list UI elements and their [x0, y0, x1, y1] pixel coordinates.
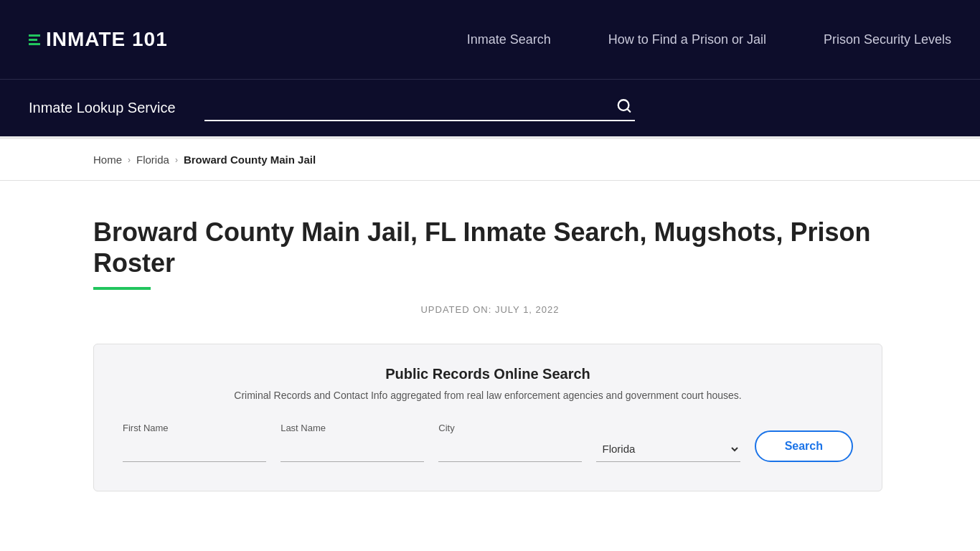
main-content: Broward County Main Jail, FL Inmate Sear… [0, 181, 980, 520]
search-input-wrapper [204, 95, 635, 121]
search-bar-section: Inmate Lookup Service [0, 79, 980, 136]
logo-area[interactable]: INMATE 101 [29, 28, 168, 51]
search-bar-label: Inmate Lookup Service [29, 100, 176, 116]
nav-security-levels[interactable]: Prison Security Levels [824, 32, 951, 47]
nav-inmate-search[interactable]: Inmate Search [467, 32, 551, 47]
search-icon-button[interactable] [616, 98, 632, 117]
first-name-field: First Name [123, 423, 266, 462]
updated-date: UPDATED ON: JULY 1, 2022 [93, 304, 887, 315]
city-input[interactable] [438, 438, 582, 462]
search-card-description: Criminal Records and Contact Info aggreg… [123, 390, 853, 401]
breadcrumb-state[interactable]: Florida [136, 154, 169, 166]
first-name-input[interactable] [123, 438, 266, 462]
city-label: City [438, 423, 582, 433]
state-field: AlabamaAlaskaArizonaArkansasCaliforniaCo… [596, 436, 740, 462]
state-select[interactable]: AlabamaAlaskaArizonaArkansasCaliforniaCo… [596, 436, 740, 462]
title-underline [93, 287, 151, 290]
top-navigation: INMATE 101 Inmate Search How to Find a P… [0, 0, 980, 79]
brand-name: INMATE 101 [46, 28, 168, 51]
breadcrumb: Home › Florida › Broward County Main Jai… [0, 139, 980, 180]
search-button[interactable]: Search [755, 430, 853, 462]
svg-line-1 [627, 108, 630, 111]
first-name-label: First Name [123, 423, 266, 433]
last-name-input[interactable] [281, 438, 424, 462]
search-card-title: Public Records Online Search [123, 366, 853, 382]
last-name-label: Last Name [281, 423, 424, 433]
breadcrumb-home[interactable]: Home [93, 154, 122, 166]
nav-how-to-find[interactable]: How to Find a Prison or Jail [608, 32, 766, 47]
breadcrumb-chevron-2: › [175, 155, 178, 165]
breadcrumb-chevron-1: › [128, 155, 131, 165]
page-title: Broward County Main Jail, FL Inmate Sear… [93, 217, 887, 278]
search-input[interactable] [204, 95, 635, 120]
nav-links: Inmate Search How to Find a Prison or Ja… [467, 32, 951, 47]
public-records-search-card: Public Records Online Search Criminal Re… [93, 344, 882, 491]
city-field: City [438, 423, 582, 462]
breadcrumb-current: Broward County Main Jail [184, 154, 316, 166]
menu-icon [29, 34, 40, 45]
search-form-row: First Name Last Name City AlabamaAlaskaA… [123, 423, 853, 462]
search-icon [616, 98, 632, 113]
last-name-field: Last Name [281, 423, 424, 462]
